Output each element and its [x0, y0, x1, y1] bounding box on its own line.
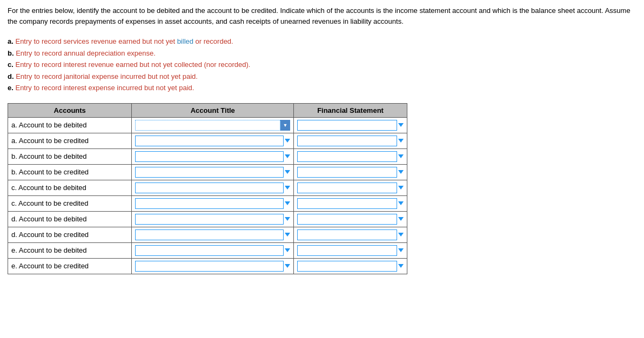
- financial-statement-input[interactable]: [297, 151, 397, 162]
- dropdown-small-arrow-icon[interactable]: [285, 170, 290, 174]
- table-row: b. Account to be debited: [8, 148, 407, 164]
- table-row: b. Account to be credited: [8, 164, 407, 180]
- account-label-cell: e. Account to be debited: [8, 242, 132, 258]
- account-label-cell: b. Account to be credited: [8, 164, 132, 180]
- financial-statement-input[interactable]: [297, 261, 397, 272]
- table-row: a. Account to be credited: [8, 133, 407, 148]
- financial-statement-cell[interactable]: [294, 164, 407, 180]
- account-label-cell: c. Account to be debited: [8, 180, 132, 195]
- account-label-cell: a. Account to be credited: [8, 133, 132, 148]
- fs-dropdown-arrow-icon[interactable]: [398, 186, 404, 190]
- col-accounts: Accounts: [8, 103, 132, 117]
- fs-dropdown-arrow-icon[interactable]: [398, 154, 404, 158]
- fs-dropdown-arrow-icon[interactable]: [398, 264, 404, 268]
- dropdown-arrow-icon[interactable]: [280, 120, 290, 131]
- financial-statement-input[interactable]: [297, 245, 397, 256]
- account-label-cell: d. Account to be credited: [8, 227, 132, 242]
- dropdown-small-arrow-icon[interactable]: [285, 217, 290, 221]
- account-title-cell[interactable]: [132, 180, 294, 195]
- dropdown-small-arrow-icon[interactable]: [285, 233, 290, 236]
- account-title-input[interactable]: [135, 229, 284, 240]
- account-title-cell[interactable]: [132, 148, 294, 164]
- table-row: e. Account to be credited: [8, 258, 407, 274]
- account-label-cell: d. Account to be debited: [8, 211, 132, 227]
- dropdown-small-arrow-icon[interactable]: [285, 264, 290, 268]
- intro-paragraph: For the entries below, identify the acco…: [8, 5, 636, 26]
- financial-statement-cell[interactable]: [294, 242, 407, 258]
- account-title-input[interactable]: [135, 182, 284, 193]
- table-row: d. Account to be credited: [8, 227, 407, 242]
- entry-a: a. Entry to record services revenue earn…: [8, 36, 636, 47]
- account-title-input[interactable]: [135, 214, 284, 225]
- entry-d: d. Entry to record janitorial expense in…: [8, 71, 636, 82]
- dropdown-small-arrow-icon[interactable]: [285, 186, 290, 190]
- financial-statement-cell[interactable]: [294, 195, 407, 211]
- entries-table: Accounts Account Title Financial Stateme…: [8, 103, 407, 274]
- account-title-cell[interactable]: [132, 195, 294, 211]
- financial-statement-input[interactable]: [297, 214, 397, 225]
- entry-e: e. Entry to record interest expense incu…: [8, 83, 636, 93]
- financial-statement-cell[interactable]: [294, 133, 407, 148]
- financial-statement-cell[interactable]: [294, 148, 407, 164]
- fs-dropdown-arrow-icon[interactable]: [398, 201, 404, 205]
- entry-c: c. Entry to record interest revenue earn…: [8, 59, 636, 70]
- fs-dropdown-arrow-icon[interactable]: [398, 217, 404, 221]
- account-title-cell[interactable]: [132, 258, 294, 274]
- table-row: c. Account to be credited: [8, 195, 407, 211]
- col-account-title: Account Title: [132, 103, 294, 117]
- fs-dropdown-arrow-icon[interactable]: [398, 248, 404, 252]
- table-row: c. Account to be debited: [8, 180, 407, 195]
- account-title-cell[interactable]: [132, 227, 294, 242]
- account-title-cell[interactable]: [132, 242, 294, 258]
- table-row: a. Account to be debited: [8, 117, 407, 133]
- financial-statement-cell[interactable]: [294, 258, 407, 274]
- financial-statement-cell[interactable]: [294, 117, 407, 133]
- fs-dropdown-arrow-icon[interactable]: [398, 139, 404, 143]
- dropdown-small-arrow-icon[interactable]: [285, 248, 290, 252]
- account-title-input[interactable]: [135, 120, 280, 131]
- dropdown-small-arrow-icon[interactable]: [285, 139, 290, 143]
- financial-statement-input[interactable]: [297, 182, 397, 193]
- account-title-cell[interactable]: [132, 164, 294, 180]
- financial-statement-cell[interactable]: [294, 180, 407, 195]
- financial-statement-cell[interactable]: [294, 227, 407, 242]
- account-title-input[interactable]: [135, 245, 284, 256]
- entry-b: b. Entry to record annual depreciation e…: [8, 48, 636, 59]
- account-label-cell: c. Account to be credited: [8, 195, 132, 211]
- dropdown-small-arrow-icon[interactable]: [285, 201, 290, 205]
- col-financial-statement: Financial Statement: [294, 103, 407, 117]
- account-title-input[interactable]: [135, 167, 284, 178]
- financial-statement-input[interactable]: [297, 229, 397, 240]
- account-label-cell: b. Account to be debited: [8, 148, 132, 164]
- financial-statement-input[interactable]: [297, 120, 397, 131]
- financial-statement-cell[interactable]: [294, 211, 407, 227]
- table-row: d. Account to be debited: [8, 211, 407, 227]
- account-title-input[interactable]: [135, 136, 284, 146]
- financial-statement-input[interactable]: [297, 167, 397, 178]
- financial-statement-input[interactable]: [297, 136, 397, 146]
- fs-dropdown-arrow-icon[interactable]: [398, 170, 404, 174]
- dropdown-small-arrow-icon[interactable]: [285, 154, 290, 158]
- entries-list: a. Entry to record services revenue earn…: [8, 36, 636, 93]
- fs-dropdown-arrow-icon[interactable]: [398, 123, 404, 127]
- account-title-input[interactable]: [135, 151, 284, 162]
- table-row: e. Account to be debited: [8, 242, 407, 258]
- account-label-cell: e. Account to be credited: [8, 258, 132, 274]
- account-title-cell[interactable]: [132, 133, 294, 148]
- account-title-input[interactable]: [135, 261, 284, 272]
- account-title-input[interactable]: [135, 198, 284, 209]
- financial-statement-input[interactable]: [297, 198, 397, 209]
- account-title-cell[interactable]: [132, 211, 294, 227]
- account-title-cell[interactable]: [132, 117, 294, 133]
- account-label-cell: a. Account to be debited: [8, 117, 132, 133]
- fs-dropdown-arrow-icon[interactable]: [398, 233, 404, 236]
